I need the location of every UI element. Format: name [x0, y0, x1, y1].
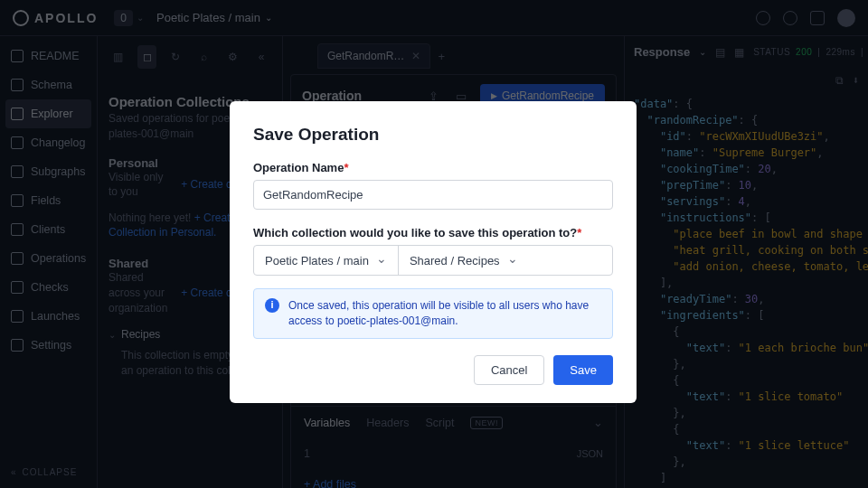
collection-label: Which collection would you like to save …	[253, 226, 613, 239]
operation-name-input[interactable]	[253, 180, 613, 210]
project-select-value: Poetic Plates / main	[265, 254, 369, 267]
info-icon: i	[265, 298, 279, 313]
save-operation-modal: Save Operation Operation Name* Which col…	[230, 101, 637, 403]
name-label: Operation Name*	[253, 161, 613, 174]
project-select[interactable]: Poetic Plates / main	[254, 246, 399, 275]
collection-select-value: Shared / Recipes	[410, 254, 500, 267]
info-banner: i Once saved, this operation will be vis…	[253, 288, 613, 339]
cancel-button[interactable]: Cancel	[474, 355, 544, 385]
info-text: Once saved, this operation will be visib…	[288, 298, 601, 329]
save-button[interactable]: Save	[553, 355, 613, 385]
collection-select[interactable]: Shared / Recipes	[399, 246, 529, 275]
modal-title: Save Operation	[253, 125, 613, 145]
